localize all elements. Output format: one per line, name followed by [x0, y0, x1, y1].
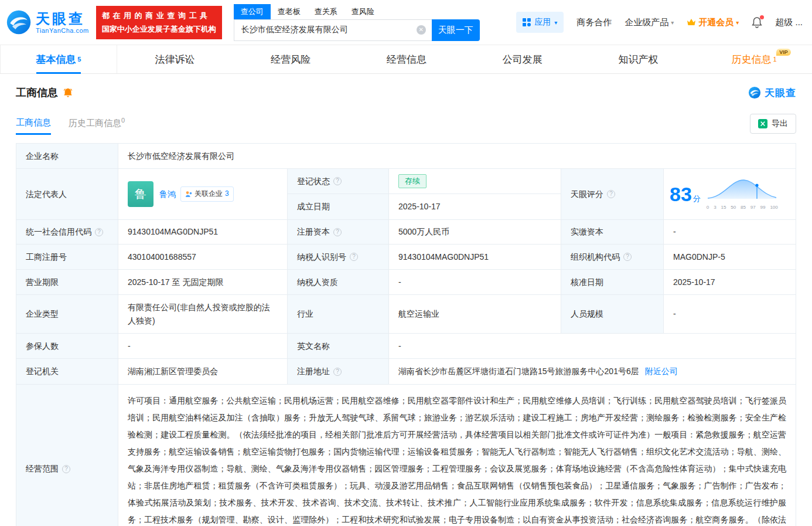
- tab-intellectual-property-label: 知识产权: [618, 53, 658, 66]
- business-scope-value: 许可项目：通用航空服务；公共航空运输；民用机场运营；民用航空器维修；民用航空器零…: [118, 385, 796, 526]
- tab-business-risk[interactable]: 经营风险: [233, 45, 349, 73]
- credit-code-value: 91430104MAG0DNJP51: [118, 220, 288, 245]
- search-button[interactable]: 天眼一下: [432, 19, 480, 41]
- approval-date-value: 2025-10-17: [664, 270, 796, 295]
- tab-history-info[interactable]: 历史信息1 VIP: [696, 45, 812, 73]
- tab-company-development-label: 公司发展: [503, 53, 543, 66]
- subtab-business-info-label: 工商信息: [16, 117, 51, 127]
- tab-legal-proceedings-label: 法律诉讼: [155, 53, 195, 66]
- help-icon[interactable]: ?: [623, 253, 632, 261]
- company-name-value: 长沙市低空经济发展有限公司: [118, 144, 796, 169]
- nav-super-vip[interactable]: 超级 ...: [775, 17, 803, 28]
- field-label: 经营范围?: [16, 385, 118, 526]
- business-registration-table: 企业名称 长沙市低空经济发展有限公司 法定代表人 鲁 鲁鸿 关联企业 3 登记状…: [16, 143, 796, 526]
- search-area: 查公司 查老板 查关系 查风险 ✕ 天眼一下: [234, 4, 480, 41]
- tab-business-information-label: 经营信息: [387, 53, 427, 66]
- business-term-value: 2025-10-17 至 无固定期限: [118, 270, 288, 295]
- establish-date-value: 2025-10-17: [389, 194, 561, 220]
- help-icon[interactable]: ?: [350, 253, 358, 261]
- brand-watermark-label: 天眼查: [765, 86, 796, 100]
- field-label: 参保人数: [16, 334, 118, 359]
- tianyancha-logo-icon: [6, 9, 32, 35]
- help-icon[interactable]: ?: [333, 228, 342, 236]
- tab-business-risk-label: 经营风险: [271, 53, 311, 66]
- subscribe-alert-bell-icon[interactable]: [63, 87, 73, 98]
- brand-logo[interactable]: 天眼查 TianYanCha.com: [6, 9, 89, 35]
- score-number: 83分: [670, 178, 701, 210]
- brand-watermark: 天眼查: [748, 86, 796, 100]
- tab-basic-info-label: 基本信息: [36, 53, 76, 66]
- registered-address-value: 湖南省长沙市岳麓区坪塘街道石门塘路15号旅游服务中心201号6层: [398, 365, 639, 378]
- caret-down-icon: ▾: [671, 19, 674, 26]
- help-icon[interactable]: ?: [95, 228, 103, 236]
- search-tab-relations[interactable]: 查关系: [308, 4, 344, 19]
- paid-capital-value: -: [664, 220, 796, 245]
- related-companies-badge[interactable]: 关联企业 3: [180, 186, 234, 201]
- tab-history-info-label: 历史信息: [732, 53, 772, 66]
- header-nav: 应用 ▾ 商务合作 企业级产品 ▾ 开通会员 ▾ 超级 ...: [516, 12, 803, 33]
- notification-red-dot: [760, 15, 764, 19]
- tianyan-score-cell[interactable]: 83分 031550859799100: [664, 169, 796, 220]
- tab-company-development[interactable]: 公司发展: [465, 45, 581, 73]
- score-value: 83: [670, 183, 692, 205]
- field-label: 营业期限: [16, 270, 118, 295]
- tab-intellectual-property[interactable]: 知识产权: [581, 45, 697, 73]
- status-badge: 存续: [398, 174, 427, 189]
- organization-code-value: MAG0DNJP-5: [664, 245, 796, 270]
- staff-size-value: -: [664, 295, 796, 334]
- taxpayer-quality-value: -: [389, 270, 561, 295]
- caret-down-icon: ▾: [736, 19, 739, 26]
- promo-line2: 国家中小企业发展子基金旗下机构: [102, 24, 216, 35]
- registered-capital-value: 5000万人民币: [389, 220, 561, 245]
- search-tab-company[interactable]: 查公司: [234, 4, 271, 19]
- nav-business-cooperation[interactable]: 商务合作: [576, 17, 612, 28]
- nav-enterprise-products[interactable]: 企业级产品 ▾: [625, 17, 674, 28]
- clear-search-icon[interactable]: ✕: [417, 25, 426, 35]
- registration-status-cell: 存续: [389, 169, 561, 194]
- crown-icon: [687, 18, 696, 26]
- help-icon[interactable]: ?: [607, 190, 615, 198]
- tab-legal-proceedings[interactable]: 法律诉讼: [117, 45, 233, 73]
- tab-count: 1: [773, 56, 777, 63]
- score-unit: 分: [693, 194, 701, 203]
- field-label: 组织机构代码?: [561, 245, 664, 270]
- subtab-business-info[interactable]: 工商信息: [16, 117, 51, 135]
- promo-line1: 都 在 用 的 商 业 查 询 工 具: [102, 11, 216, 21]
- search-tab-risk[interactable]: 查风险: [344, 4, 381, 19]
- excel-export-icon: [758, 119, 767, 128]
- field-label: 登记状态?: [288, 169, 389, 194]
- field-label: 工商注册号: [16, 245, 118, 270]
- export-button-label: 导出: [772, 118, 788, 129]
- field-label: 核准日期: [561, 270, 664, 295]
- apps-menu-label: 应用: [534, 17, 551, 28]
- vip-tag: VIP: [776, 49, 791, 56]
- brand-domain: TianYanCha.com: [36, 27, 89, 34]
- field-label: 纳税人资质: [288, 270, 389, 295]
- help-icon[interactable]: ?: [333, 368, 342, 376]
- score-axis: 031550859799100: [707, 204, 778, 212]
- nav-open-vip[interactable]: 开通会员 ▾: [687, 17, 739, 28]
- legal-rep-name-link[interactable]: 鲁鸿: [159, 188, 176, 201]
- score-distribution-chart: 031550859799100: [707, 177, 778, 212]
- help-icon[interactable]: ?: [62, 465, 70, 473]
- tab-basic-info[interactable]: 基本信息5: [0, 45, 117, 73]
- apps-grid-icon: [523, 18, 531, 26]
- search-input[interactable]: [234, 19, 432, 41]
- nav-super-vip-label: 超级 ...: [775, 17, 803, 28]
- tab-business-information[interactable]: 经营信息: [349, 45, 465, 73]
- legal-rep-avatar[interactable]: 鲁: [128, 181, 153, 207]
- field-label: 成立日期: [288, 194, 389, 220]
- score-curve: [707, 177, 778, 200]
- subtab-count: 0: [121, 117, 125, 124]
- nearby-companies-link[interactable]: 附近公司: [645, 365, 678, 378]
- export-button[interactable]: 导出: [750, 114, 796, 134]
- search-tab-boss[interactable]: 查老板: [271, 4, 308, 19]
- field-label: 企业类型: [16, 295, 118, 334]
- notification-bell-icon[interactable]: [752, 16, 762, 28]
- subtab-history-business-info[interactable]: 历史工商信息0: [69, 117, 125, 135]
- field-label: 英文名称: [288, 334, 389, 359]
- apps-menu-button[interactable]: 应用 ▾: [516, 12, 564, 33]
- company-type-value: 有限责任公司(非自然人投资或控股的法人独资): [118, 295, 288, 334]
- help-icon[interactable]: ?: [333, 177, 342, 185]
- insured-count-value: -: [118, 334, 288, 359]
